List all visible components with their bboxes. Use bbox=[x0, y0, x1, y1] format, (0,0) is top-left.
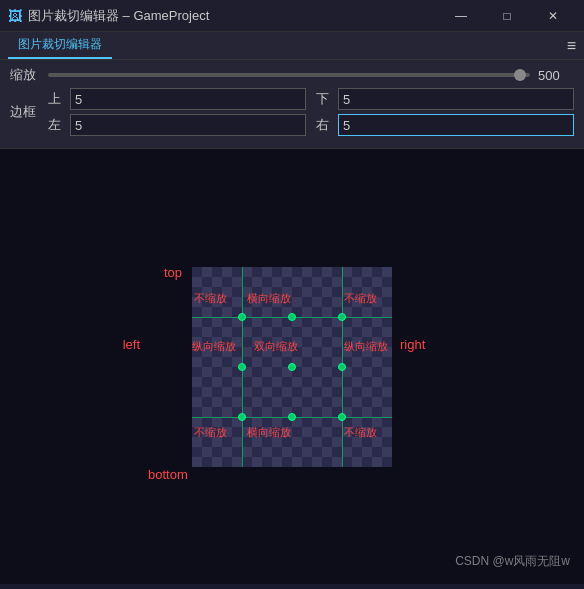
left-input[interactable] bbox=[70, 114, 306, 136]
dot-tc[interactable] bbox=[288, 313, 296, 321]
top-label: 上 bbox=[48, 90, 64, 108]
region-bi-scale: 双向缩放 bbox=[254, 339, 298, 354]
left-dir-label: left bbox=[123, 337, 140, 352]
window-controls: — □ ✕ bbox=[438, 0, 576, 32]
zoom-value: 500 bbox=[538, 68, 574, 83]
maximize-button[interactable]: □ bbox=[484, 0, 530, 32]
menu-bar: 图片裁切编辑器 ≡ bbox=[0, 32, 584, 60]
region-not-scale-tr: 不缩放 bbox=[344, 291, 377, 306]
hamburger-menu-icon[interactable]: ≡ bbox=[567, 37, 576, 55]
dot-tl[interactable] bbox=[238, 313, 246, 321]
minimize-button[interactable]: — bbox=[438, 0, 484, 32]
border-label: 边框 bbox=[10, 103, 42, 121]
zoom-slider[interactable] bbox=[48, 73, 530, 77]
region-h-scale-top: 横向缩放 bbox=[247, 291, 291, 306]
border-left-row: 左 bbox=[48, 114, 306, 136]
bottom-dir-label: bottom bbox=[148, 467, 188, 482]
slice-container: 不缩放 横向缩放 不缩放 纵向缩放 双向缩放 纵向缩放 不缩放 横向缩放 不缩放 bbox=[192, 267, 392, 467]
region-not-scale-bl: 不缩放 bbox=[194, 425, 227, 440]
border-top-bottom-group: 上 左 bbox=[48, 88, 306, 136]
window-title: 图片裁切编辑器 – GameProject bbox=[28, 7, 438, 25]
zoom-label: 缩放 bbox=[10, 66, 42, 84]
dot-mc[interactable] bbox=[288, 363, 296, 371]
border-bottom-row: 下 bbox=[316, 88, 574, 110]
dot-bc[interactable] bbox=[288, 413, 296, 421]
dot-mr[interactable] bbox=[338, 363, 346, 371]
close-button[interactable]: ✕ bbox=[530, 0, 576, 32]
control-panel: 缩放 500 边框 上 左 下 bbox=[0, 60, 584, 149]
zoom-slider-thumb[interactable] bbox=[514, 69, 526, 81]
canvas-area: 不缩放 横向缩放 不缩放 纵向缩放 双向缩放 纵向缩放 不缩放 横向缩放 不缩放… bbox=[0, 149, 584, 584]
border-row: 边框 上 左 下 右 bbox=[10, 88, 574, 136]
region-h-scale-bottom: 横向缩放 bbox=[247, 425, 291, 440]
region-not-scale-tl: 不缩放 bbox=[194, 291, 227, 306]
watermark: CSDN @w风雨无阻w bbox=[455, 553, 570, 570]
region-v-scale-left: 纵向缩放 bbox=[192, 339, 236, 354]
title-bar: 🖼 图片裁切编辑器 – GameProject — □ ✕ bbox=[0, 0, 584, 32]
border-top-row: 上 bbox=[48, 88, 306, 110]
dot-ml[interactable] bbox=[238, 363, 246, 371]
right-label: 右 bbox=[316, 116, 332, 134]
app-icon: 🖼 bbox=[8, 8, 22, 24]
border-right-group: 下 右 bbox=[316, 88, 574, 136]
dot-br[interactable] bbox=[338, 413, 346, 421]
dot-bl[interactable] bbox=[238, 413, 246, 421]
left-label: 左 bbox=[48, 116, 64, 134]
right-input[interactable] bbox=[338, 114, 574, 136]
zoom-row: 缩放 500 bbox=[10, 66, 574, 84]
right-dir-label: right bbox=[400, 337, 425, 352]
top-input[interactable] bbox=[70, 88, 306, 110]
region-not-scale-br: 不缩放 bbox=[344, 425, 377, 440]
zoom-slider-container: 500 bbox=[48, 68, 574, 83]
dot-tr[interactable] bbox=[338, 313, 346, 321]
bottom-input[interactable] bbox=[338, 88, 574, 110]
menu-tab-image-editor[interactable]: 图片裁切编辑器 bbox=[8, 32, 112, 59]
border-right-row: 右 bbox=[316, 114, 574, 136]
region-v-scale-right: 纵向缩放 bbox=[344, 339, 388, 354]
top-dir-label: top bbox=[164, 265, 182, 280]
bottom-label: 下 bbox=[316, 90, 332, 108]
border-fields: 上 左 下 右 bbox=[48, 88, 574, 136]
